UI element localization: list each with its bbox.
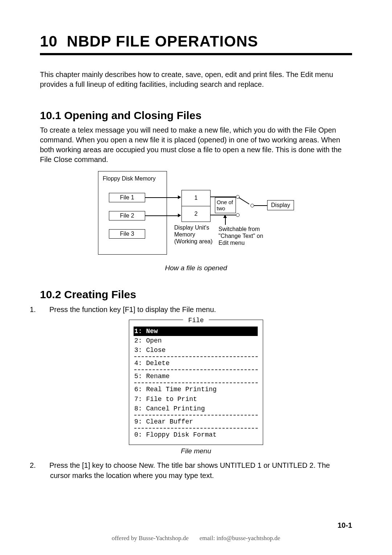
section-heading-10-2: 10.2 Creating Files bbox=[40, 288, 352, 301]
list-item: 2.Press the [1] key to choose New. The t… bbox=[40, 460, 352, 481]
menu-separator bbox=[134, 369, 258, 370]
working-area-box: 1 2 bbox=[181, 190, 211, 222]
footer-email: info@busse-yachtshop.de bbox=[216, 535, 280, 542]
file-menu-panel: File 1: New2: Open3: Close4: Delete5: Re… bbox=[129, 320, 263, 445]
menu-item-cancel-printing[interactable]: 8: Cancel Printing bbox=[134, 404, 258, 413]
menu-item-clear-buffer[interactable]: 9: Clear Buffer bbox=[134, 417, 258, 426]
line bbox=[145, 197, 152, 198]
file2-label: File 2 bbox=[120, 212, 134, 219]
switch-common-icon bbox=[250, 204, 254, 207]
file3-label: File 3 bbox=[120, 231, 134, 237]
file3-box: File 3 bbox=[109, 229, 145, 239]
display-box: Display bbox=[267, 200, 294, 210]
menu-item-floppy-disk-format[interactable]: 0: Floppy Disk Format bbox=[134, 430, 258, 439]
footer-email-label: email: bbox=[200, 535, 215, 542]
menu-item-file-to-print[interactable]: 7: File to Print bbox=[134, 394, 258, 404]
file-menu-title: File bbox=[183, 316, 209, 325]
figure-caption-1: How a file is opened bbox=[40, 264, 352, 272]
menu-item-real-time-printing[interactable]: 6: Real Time Printing bbox=[134, 385, 258, 394]
switch-note-label: Switchable from "Change Text" on Edit me… bbox=[219, 226, 263, 247]
floppy-memory-label: Floppy Disk Memory bbox=[103, 175, 156, 182]
section-body-10-1: To create a telex message you will need … bbox=[40, 125, 352, 165]
menu-item-delete[interactable]: 4: Delete bbox=[134, 358, 258, 368]
menu-separator bbox=[134, 382, 258, 383]
section-heading-10-1: 10.1 Opening and Closing Files bbox=[40, 109, 352, 122]
file1-label: File 1 bbox=[120, 194, 134, 201]
menu-item-new[interactable]: 1: New bbox=[134, 327, 258, 336]
ordered-list: 1.Press the function key [F1] to display… bbox=[40, 304, 352, 315]
chapter-intro: This chapter mainly describes how to cre… bbox=[40, 70, 352, 89]
one-of-two-box: One of two bbox=[215, 197, 236, 213]
page-footer: offered by Busse-Yachtshop.deemail: info… bbox=[0, 535, 392, 542]
arrowhead-icon bbox=[223, 215, 227, 218]
slot-1: 1 bbox=[182, 190, 210, 206]
figure-caption-2: File menu bbox=[40, 447, 352, 455]
chapter-number: 10 bbox=[40, 33, 58, 50]
display-label: Display bbox=[271, 202, 290, 208]
file2-box: File 2 bbox=[109, 211, 145, 220]
chapter-title: 10 NBDP FILE OPERATIONS bbox=[40, 33, 352, 50]
menu-separator bbox=[134, 428, 258, 429]
line bbox=[152, 197, 179, 198]
slot-2-label: 2 bbox=[195, 211, 198, 217]
working-area-label: Display Unit's Memory (Working area) bbox=[174, 224, 213, 245]
footer-offered: offered by Busse-Yachtshop.de bbox=[112, 535, 189, 542]
line bbox=[225, 218, 226, 225]
diagram-file-open: Floppy Disk Memory File 1 File 2 File 3 … bbox=[98, 171, 294, 262]
chapter-rule bbox=[40, 53, 352, 55]
switch-node-icon bbox=[236, 213, 240, 217]
list-item: 1.Press the function key [F1] to display… bbox=[40, 304, 352, 315]
line bbox=[254, 205, 267, 206]
slot-2: 2 bbox=[182, 206, 210, 222]
file1-box: File 1 bbox=[109, 193, 145, 202]
arrowhead-icon bbox=[178, 214, 181, 217]
page-number: 10-1 bbox=[338, 521, 352, 530]
ordered-list: 2.Press the [1] key to choose New. The t… bbox=[40, 460, 352, 481]
menu-item-close[interactable]: 3: Close bbox=[134, 345, 258, 355]
menu-separator bbox=[134, 415, 258, 416]
arrowhead-icon bbox=[178, 195, 181, 199]
one-of-two-label: One of two bbox=[217, 199, 233, 211]
line bbox=[239, 197, 250, 204]
slot-1-label: 1 bbox=[195, 195, 198, 201]
chapter-title-text: NBDP FILE OPERATIONS bbox=[67, 33, 258, 50]
menu-item-rename[interactable]: 5: Rename bbox=[134, 372, 258, 381]
line bbox=[145, 215, 179, 216]
step-2-text: Press the [1] key to choose New. The tit… bbox=[49, 461, 330, 479]
step-1-text: Press the function key [F1] to display t… bbox=[49, 305, 216, 313]
file-menu-figure: File 1: New2: Open3: Close4: Delete5: Re… bbox=[129, 320, 263, 445]
menu-separator bbox=[134, 356, 258, 357]
menu-item-open[interactable]: 2: Open bbox=[134, 336, 258, 345]
